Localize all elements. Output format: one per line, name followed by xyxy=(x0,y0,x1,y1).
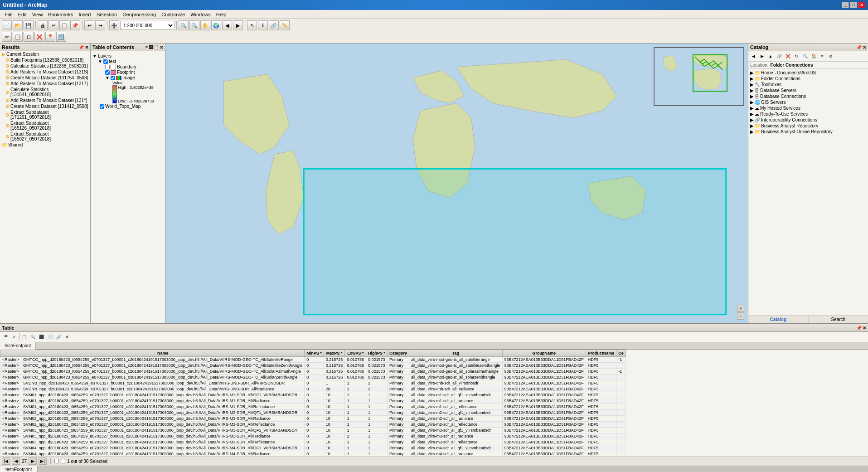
result-item-1[interactable]: ⚙ Calculate Statistics [132238_0508201] xyxy=(0,63,90,69)
identify-button[interactable]: ℹ xyxy=(258,20,268,30)
catalog-up-button[interactable]: ▲ xyxy=(766,52,775,60)
catalog-connect-button[interactable]: 🔗 xyxy=(775,52,783,60)
col-ce[interactable]: Ce xyxy=(616,350,626,357)
toc-close-button[interactable]: ✕ xyxy=(160,45,163,50)
menu-geoprocessing[interactable]: Geoprocessing xyxy=(120,11,159,18)
catalog-item-toolboxes[interactable]: ▶ 🔧 Toolboxes xyxy=(749,82,867,88)
worldtopo-checkbox[interactable] xyxy=(100,104,104,109)
nav-prev-button[interactable]: ◀ xyxy=(12,457,20,465)
redo-button[interactable]: ↪ xyxy=(95,20,105,30)
catalog-tab-button[interactable]: Catalog xyxy=(748,316,809,323)
catalog-item-folder-connections[interactable]: ▶ 📁 Folder Connections xyxy=(749,76,867,82)
window-controls[interactable]: _ □ ✕ xyxy=(842,2,865,8)
catalog-item-db-servers[interactable]: ▶ 🗄 Database Servers xyxy=(749,88,867,93)
table-row[interactable]: <Raster>GMTCO_npp_d20180423_t0654259_e07… xyxy=(0,369,626,375)
select-button[interactable]: ↖ xyxy=(247,20,257,30)
col-name[interactable]: Name xyxy=(21,350,305,357)
image-expand-icon[interactable]: ▼ xyxy=(105,75,110,80)
table-row[interactable]: <Raster>SVDNB_npp_d20180423_t0654259_e07… xyxy=(0,380,626,386)
result-item-4[interactable]: ⚙ Add Rasters To Mosaic Dataset [1317] xyxy=(0,81,90,87)
result-item-5[interactable]: ⚙ Calculate Statistics [131541_05082018] xyxy=(0,87,90,97)
boundary-checkbox[interactable] xyxy=(105,65,110,69)
catalog-item-ready-services[interactable]: ▶ ☁ Ready-To-Use Services xyxy=(749,111,867,117)
results-close-button[interactable]: ✕ xyxy=(85,45,88,50)
menu-windows[interactable]: Windows xyxy=(188,11,213,18)
table-row[interactable]: <Raster>SVM01_npp_d20180423_t0654259_e07… xyxy=(0,392,626,398)
result-item-3[interactable]: ⚙ Create Mosaic Dataset [131754_0508] xyxy=(0,75,90,81)
table-select-all-button[interactable]: ⬛ xyxy=(37,333,45,341)
map-area[interactable]: + - xyxy=(165,44,748,323)
select-by-attr-button[interactable]: 🔢 xyxy=(56,32,66,42)
table-clear-select-button[interactable]: ⬜ xyxy=(46,333,54,341)
open-button[interactable]: 📂 xyxy=(13,20,23,30)
catalog-item-ba-repo[interactable]: ▶ 📁 Business Analyst Repository xyxy=(749,123,867,129)
table-row[interactable]: <Raster>GMTCO_npp_d20180423_t0654259_e07… xyxy=(0,375,626,380)
menu-customize[interactable]: Customize xyxy=(159,11,188,18)
select-feature-button[interactable]: ◻ xyxy=(24,32,34,42)
catalog-item-db-connections[interactable]: ▶ 🗄 Database Connections xyxy=(749,93,867,99)
catalog-close-button[interactable]: ✕ xyxy=(863,45,866,50)
map-zoom-in-btn[interactable]: + xyxy=(737,305,744,312)
menu-selection[interactable]: Selection xyxy=(94,11,120,18)
table-container[interactable]: Name MinPS * MaxPS * LowPS * HighPS * Ca… xyxy=(0,350,868,456)
back-button[interactable]: ◀ xyxy=(222,20,232,30)
select-by-location-button[interactable]: 📍 xyxy=(45,32,55,42)
toc-boundary-item[interactable]: Boundary xyxy=(105,64,163,69)
col-type[interactable] xyxy=(0,350,21,357)
full-extent-button[interactable]: 🌍 xyxy=(211,20,221,30)
show-all-checkbox[interactable] xyxy=(61,459,65,463)
image-checkbox[interactable] xyxy=(111,76,115,80)
table-row[interactable]: <Raster>SVM03_npp_d20180423_t0654259_e07… xyxy=(0,428,626,433)
col-minps[interactable]: MinPS * xyxy=(305,350,324,357)
result-item-session[interactable]: ▶ Current Session xyxy=(0,51,90,57)
table-row[interactable]: <Raster>SVM03_npp_d20180423_t0654259_e07… xyxy=(0,433,626,439)
col-tag[interactable]: Tag xyxy=(409,350,502,357)
scale-selector[interactable]: 1:200 000 000 xyxy=(120,21,175,30)
catalog-item-hosted-services[interactable]: ▶ ☁ My Hosted Services xyxy=(749,105,867,111)
menu-view[interactable]: View xyxy=(29,11,46,18)
table-row[interactable]: <Raster>GMTCO_npp_d20180423_t0654259_e07… xyxy=(0,357,626,363)
footprint-checkbox[interactable] xyxy=(105,70,110,75)
table-row[interactable]: <Raster>SVM03_npp_d20180423_t0654259_e07… xyxy=(0,439,626,445)
col-productname[interactable]: ProductName xyxy=(586,350,616,357)
table-options-button[interactable]: ☰ xyxy=(2,333,10,341)
maximize-button[interactable]: □ xyxy=(850,2,857,8)
result-item-0[interactable]: ⚙ Build Footprints [132538_05082018] xyxy=(0,57,90,63)
col-maxps[interactable]: MaxPS * xyxy=(324,350,345,357)
menu-edit[interactable]: Edit xyxy=(15,11,29,18)
menu-insert[interactable]: Insert xyxy=(76,11,94,18)
menu-file[interactable]: File xyxy=(2,11,15,18)
test-expand-icon[interactable]: ▼ xyxy=(98,59,102,64)
table-delete-button[interactable]: ✕ xyxy=(63,333,71,341)
cut-button[interactable]: ✂ xyxy=(48,20,58,30)
result-item-8[interactable]: ⚙ Extract Subdataset [171201_05072018] xyxy=(0,109,90,120)
result-item-shared[interactable]: 📁 Shared xyxy=(0,142,90,148)
toc-layers-group[interactable]: ▼ Layers xyxy=(92,54,163,58)
nav-last-button[interactable]: ▶| xyxy=(39,457,47,465)
bottom-tab-footprint[interactable]: test\Footprint xyxy=(0,466,38,472)
paste-button[interactable]: 📌 xyxy=(70,20,80,30)
col-category[interactable]: Category xyxy=(387,350,409,357)
menu-bookmarks[interactable]: Bookmarks xyxy=(45,11,76,18)
toc-test-group[interactable]: ▼ test xyxy=(98,59,163,64)
catalog-refresh-button[interactable]: ↻ xyxy=(792,52,800,60)
table-row[interactable]: <Raster>SVM02_npp_d20180423_t0654259_e07… xyxy=(0,410,626,416)
zoom-in-button[interactable]: 🔍 xyxy=(179,20,189,30)
toc-source-view-button[interactable]: 📋 xyxy=(154,45,159,50)
toc-list-view-button[interactable]: ≡ xyxy=(145,45,148,50)
undo-button[interactable]: ↩ xyxy=(84,20,94,30)
add-data-button[interactable]: ➕ xyxy=(109,20,119,30)
clear-select-button[interactable]: ❌ xyxy=(34,32,44,42)
catalog-item-gis-servers[interactable]: ▶ 🌐 GIS Servers xyxy=(749,99,867,105)
catalog-item-home[interactable]: ▶ 📁 Home - Documents\ArcGIS xyxy=(749,70,867,76)
catalog-item-ba-online[interactable]: ▶ 📁 Business Analyst Online Repository xyxy=(749,129,867,135)
catalog-home-button[interactable]: 🏠 xyxy=(810,52,818,60)
result-item-9[interactable]: ⚙ Extract Subdataset [165126_05072018] xyxy=(0,120,90,131)
test-checkbox[interactable] xyxy=(103,59,108,64)
save-button[interactable]: 💾 xyxy=(24,20,34,30)
new-button[interactable]: 📄 xyxy=(2,20,12,30)
table-row[interactable]: <Raster>SVM02_npp_d20180423_t0654259_e07… xyxy=(0,422,626,428)
print-button[interactable]: 🖨 xyxy=(38,20,48,30)
col-lowps[interactable]: LowPS * xyxy=(345,350,366,357)
pan-button[interactable]: ✋ xyxy=(200,20,210,30)
